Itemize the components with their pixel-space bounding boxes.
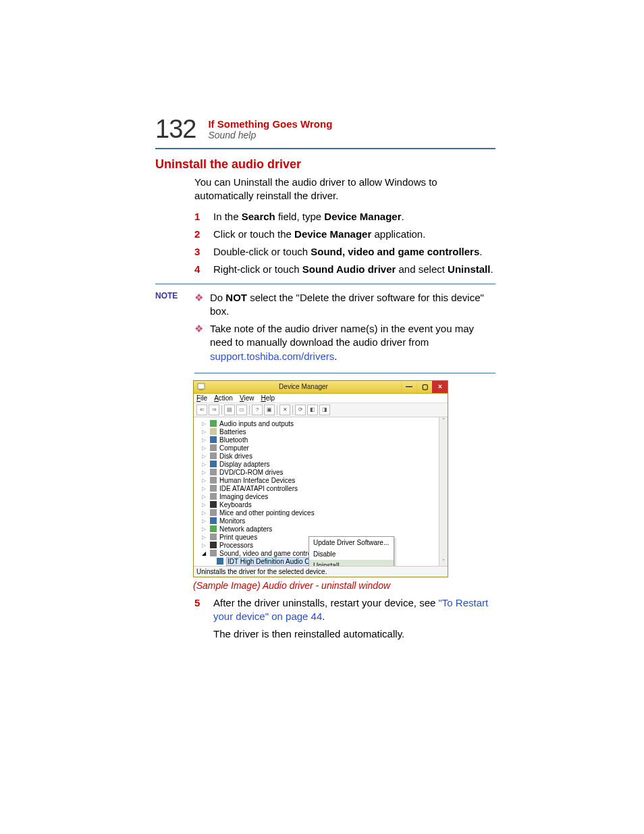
expand-icon[interactable]: ▷ (202, 510, 207, 516)
note-rule-top (155, 284, 495, 284)
expand-icon[interactable]: ▷ (202, 534, 207, 540)
tree-label: IDE ATA/ATAPI controllers (219, 485, 298, 492)
tree-label: Print queues (219, 533, 257, 541)
step-5-followup: The driver is then reinstalled automatic… (213, 627, 495, 641)
toolbar-icon[interactable]: ▣ (264, 405, 275, 415)
tree-item[interactable]: ▷Keyboards (202, 501, 436, 509)
tree-item[interactable]: ▷Network adapters (202, 525, 436, 533)
svg-rect-0 (198, 384, 205, 389)
ctx-disable[interactable]: Disable (309, 548, 394, 560)
forward-icon[interactable]: ⇒ (209, 405, 219, 415)
page-number: 132 (155, 115, 196, 144)
expand-icon[interactable]: ▷ (202, 461, 207, 467)
toolbar-icon[interactable]: ? (252, 405, 263, 415)
step-number: 2 (194, 228, 201, 241)
tree-item[interactable]: ▷IDE ATA/ATAPI controllers (202, 485, 436, 492)
note-block: NOTE ❖ Do NOT select the "Delete the dri… (155, 290, 495, 367)
step-1: 1 In the Search field, type Device Manag… (194, 210, 495, 224)
bullet-icon: ❖ (194, 291, 203, 319)
toolbar-icon[interactable]: ✕ (279, 405, 290, 415)
expand-icon[interactable]: ▷ (202, 502, 207, 508)
device-icon (210, 420, 217, 427)
tree-label: Bluetooth (219, 436, 248, 444)
device-icon (210, 525, 217, 532)
expand-icon[interactable]: ▷ (202, 421, 207, 427)
toolbar-icon[interactable]: ◧ (307, 405, 318, 415)
dm-statusbar: Uninstalls the driver for the selected d… (194, 566, 448, 577)
expand-icon[interactable]: ◢ (202, 550, 207, 556)
expand-icon[interactable]: ▷ (202, 494, 207, 500)
scrollbar[interactable]: ˄ ˅ (439, 417, 448, 566)
expand-icon[interactable]: ▷ (202, 518, 207, 524)
toolbar-icon[interactable]: ⟳ (295, 405, 306, 415)
back-icon[interactable]: ⇐ (196, 405, 207, 415)
bullet-icon: ❖ (194, 322, 203, 363)
tree-item[interactable]: ▷Batteries (202, 428, 436, 436)
expand-icon[interactable]: ▷ (202, 486, 207, 492)
expand-icon[interactable]: ▷ (202, 526, 207, 532)
ctx-update-driver[interactable]: Update Driver Software... (309, 537, 394, 548)
device-icon (210, 542, 217, 548)
toolbar-icon[interactable]: ▤ (224, 405, 235, 415)
dm-titlebar: Device Manager — ▢ × (194, 381, 448, 394)
device-icon (210, 428, 217, 435)
maximize-button[interactable]: ▢ (417, 381, 432, 393)
tree-item[interactable]: ▷Computer (202, 444, 436, 452)
tree-item[interactable]: ▷Monitors (202, 517, 436, 525)
expand-icon[interactable]: ▷ (202, 542, 207, 548)
step-number: 4 (194, 263, 201, 276)
tree-item[interactable]: ▷DVD/CD-ROM drives (202, 469, 436, 476)
close-button[interactable]: × (432, 381, 448, 393)
tree-label: Batteries (219, 428, 246, 436)
note-label: NOTE (155, 290, 182, 367)
dm-toolbar: ⇐ ⇒ ▤ ▭ ? ▣ ✕ ⟳ ◧ ◨ (194, 403, 448, 417)
scroll-down-icon[interactable]: ˅ (439, 558, 448, 566)
context-menu: Update Driver Software... Disable Uninst… (308, 536, 394, 566)
device-icon (210, 533, 217, 540)
dm-tree[interactable]: ▷Audio inputs and outputs▷Batteries▷Blue… (194, 417, 439, 566)
device-icon (210, 477, 217, 484)
tree-label: Imaging devices (219, 493, 268, 500)
support-link[interactable]: support.toshiba.com/drivers (210, 350, 334, 362)
scroll-up-icon[interactable]: ˄ (439, 417, 448, 425)
page-header: 132 If Something Goes Wrong Sound help (155, 115, 495, 144)
tree-item[interactable]: ▷Imaging devices (202, 493, 436, 500)
expand-icon[interactable]: ▷ (202, 429, 207, 435)
tree-item[interactable]: ▷Audio inputs and outputs (202, 420, 436, 427)
tree-label: Mice and other pointing devices (219, 509, 315, 517)
toolbar-icon[interactable]: ◨ (319, 405, 330, 415)
step-2: 2 Click or touch the Device Manager appl… (194, 228, 495, 241)
device-icon (210, 469, 217, 475)
menu-file[interactable]: File (196, 394, 207, 402)
tree-label: Audio inputs and outputs (219, 420, 294, 427)
expand-icon[interactable]: ▷ (202, 477, 207, 484)
ctx-uninstall[interactable]: Uninstall (309, 560, 394, 566)
menu-view[interactable]: View (240, 394, 254, 402)
device-icon (210, 444, 217, 451)
menu-help[interactable]: Help (261, 394, 275, 402)
tree-item[interactable]: ▷Disk drives (202, 452, 436, 460)
step-text: In the Search field, type Device Manager… (213, 210, 404, 224)
expand-icon[interactable]: ▷ (202, 445, 207, 451)
expand-icon[interactable]: ▷ (202, 437, 207, 443)
tree-label: Human Interface Devices (219, 477, 295, 484)
svg-rect-1 (199, 390, 203, 390)
image-caption: (Sample Image) Audio driver - uninstall … (193, 580, 495, 591)
expand-icon[interactable]: ▷ (202, 453, 207, 459)
tree-item[interactable]: ▷Display adapters (202, 461, 436, 468)
tree-label: Network adapters (219, 525, 272, 533)
dm-menubar: File Action View Help (194, 394, 448, 403)
note-item-1: ❖ Do NOT select the "Delete the driver s… (194, 291, 495, 319)
menu-action[interactable]: Action (214, 394, 233, 402)
toolbar-icon[interactable]: ▭ (236, 405, 247, 415)
tree-item[interactable]: ▷Mice and other pointing devices (202, 509, 436, 517)
subsection-title: Sound help (208, 130, 332, 140)
minimize-button[interactable]: — (401, 381, 417, 393)
header-rule (155, 148, 495, 149)
device-icon (210, 509, 217, 516)
tree-item[interactable]: ▷Human Interface Devices (202, 477, 436, 484)
tree-item[interactable]: ▷Bluetooth (202, 436, 436, 444)
step-number: 1 (194, 210, 201, 224)
tree-label: Display adapters (219, 461, 269, 468)
expand-icon[interactable]: ▷ (202, 469, 207, 475)
